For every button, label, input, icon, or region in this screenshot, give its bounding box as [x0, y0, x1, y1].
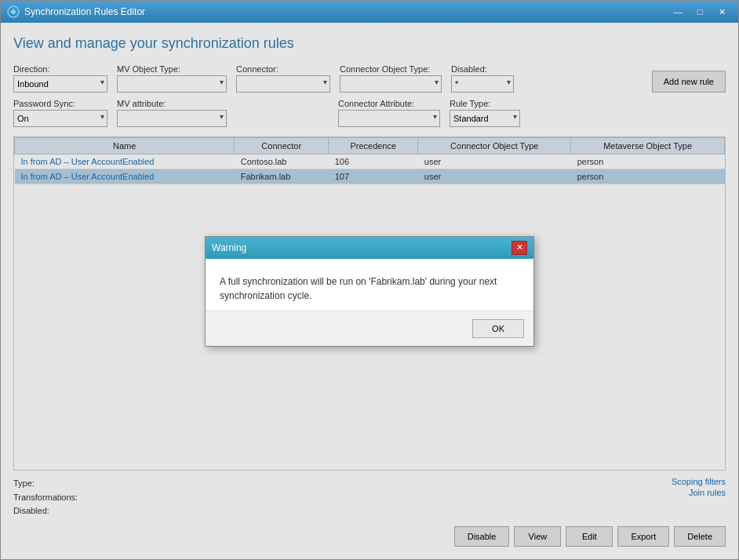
warning-modal: Warning ✕ A full synchronization will be… [205, 236, 534, 347]
modal-title: Warning [212, 242, 246, 253]
modal-close-button[interactable]: ✕ [511, 241, 527, 255]
modal-body: A full synchronization will be run on 'F… [206, 259, 533, 311]
minimize-button[interactable]: — [668, 4, 688, 20]
app-icon [7, 5, 20, 18]
modal-ok-button[interactable]: OK [472, 319, 524, 338]
close-button[interactable]: ✕ [712, 4, 732, 20]
title-bar-controls: — □ ✕ [668, 4, 732, 20]
window-body: View and manage your synchronization rul… [1, 23, 738, 559]
maximize-button[interactable]: □ [690, 4, 710, 20]
title-bar-left: Synchronization Rules Editor [7, 5, 145, 18]
modal-title-bar: Warning ✕ [206, 237, 533, 259]
modal-overlay: Warning ✕ A full synchronization will be… [1, 23, 738, 559]
title-bar: Synchronization Rules Editor — □ ✕ [1, 1, 738, 23]
modal-footer: OK [206, 311, 533, 346]
window-title: Synchronization Rules Editor [24, 6, 145, 17]
modal-message: A full synchronization will be run on 'F… [220, 275, 519, 303]
main-window: Synchronization Rules Editor — □ ✕ View … [0, 0, 739, 560]
